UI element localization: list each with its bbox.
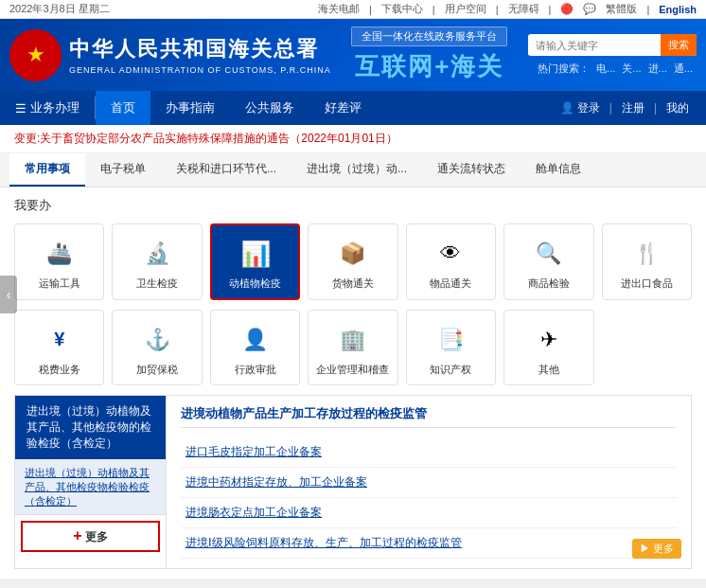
hot-search-1[interactable]: 关... bbox=[622, 62, 641, 74]
left-panel-sub-0[interactable]: 进出境（过境）动植物及其产品、其他检疫物检验检疫（含检定） bbox=[15, 460, 166, 515]
food-label: 进出口食品 bbox=[621, 276, 673, 291]
header-center: 全国一体化在线政务服务平台 互联网+海关 bbox=[351, 27, 507, 83]
tab-manifest[interactable]: 舱单信息 bbox=[521, 153, 596, 187]
service-items[interactable]: 👁 物品通关 bbox=[406, 223, 496, 300]
tax-label: 税费业务 bbox=[39, 363, 80, 377]
main-content: 常用事项 电子税单 关税和进口环节代... 进出境（过境）动... 通关流转状态… bbox=[0, 153, 706, 579]
topbar-trad[interactable]: 繁體版 bbox=[606, 2, 637, 16]
nav-home[interactable]: 首页 bbox=[96, 91, 150, 125]
service-commodity[interactable]: 🔍 商品检验 bbox=[503, 223, 593, 300]
admin-label: 行政审批 bbox=[235, 363, 276, 377]
search-input[interactable] bbox=[528, 36, 661, 55]
content-area: 我要办 🚢 运输工具 🔬 卫生检疫 📊 动植物检疫 📦 货物通关 👁 物品通关 bbox=[0, 187, 706, 579]
ipr-label: 知识产权 bbox=[430, 363, 471, 377]
service-goods[interactable]: 📦 货物通关 bbox=[308, 223, 397, 300]
nav-business[interactable]: ☰ 业务办理 bbox=[0, 91, 95, 125]
food-icon: 🍴 bbox=[629, 237, 663, 271]
more-icon: + bbox=[73, 527, 81, 543]
hot-search-0[interactable]: 电... bbox=[596, 62, 615, 74]
menu-icon: ☰ bbox=[15, 101, 26, 116]
animal-icon: 📊 bbox=[238, 237, 273, 271]
right-links: 进口毛皮指定加工企业备案 进境中药材指定存放、加工企业备案 进境肠衣定点加工企业… bbox=[181, 437, 677, 559]
logo-emblem bbox=[9, 29, 62, 81]
goods-label: 货物通关 bbox=[332, 276, 374, 291]
topbar-weibo: 🔴 bbox=[560, 3, 574, 15]
topbar-user[interactable]: 用户空间 bbox=[445, 2, 486, 16]
right-link-3[interactable]: 进境Ⅰ级风险饲料原料存放、生产、加工过程的检疫监管 bbox=[181, 528, 677, 559]
hot-search-2[interactable]: 进... bbox=[648, 62, 667, 74]
enterprise-icon: 🏢 bbox=[336, 323, 370, 357]
tab-etax[interactable]: 电子税单 bbox=[85, 153, 161, 187]
header: 中华人民共和国海关总署 GENERAL ADMINISTRATION OF CU… bbox=[0, 19, 706, 91]
service-ipr[interactable]: 📑 知识产权 bbox=[406, 310, 496, 385]
top-bar-links: 海关电邮 | 下载中心 | 用户空间 | 无障碍 | 🔴 💬 繁體版 | Eng… bbox=[318, 2, 697, 16]
service-admin[interactable]: 👤 行政审批 bbox=[210, 310, 300, 385]
service-animal[interactable]: 📊 动植物检疫 bbox=[210, 223, 300, 300]
bottom-section: 进出境（过境）动植物及其产品、其他检疫物的检验检疫（含检定） 进出境（过境）动植… bbox=[14, 395, 692, 569]
nav-public[interactable]: 公共服务 bbox=[230, 91, 309, 125]
logo-text: 中华人民共和国海关总署 GENERAL ADMINISTRATION OF CU… bbox=[69, 35, 331, 75]
search-box: 搜索 bbox=[528, 34, 697, 56]
date-label: 2022年3月8日 星期二 bbox=[9, 2, 110, 16]
logo-en: GENERAL ADMINISTRATION OF CUSTOMS, P.R.C… bbox=[69, 65, 331, 75]
others-label: 其他 bbox=[538, 363, 559, 377]
topbar-accessibility[interactable]: 无障碍 bbox=[508, 2, 539, 16]
nav-mine[interactable]: 我的 bbox=[659, 100, 697, 116]
ipr-icon: 📑 bbox=[433, 323, 468, 357]
more-arrow-icon: ▶ bbox=[640, 543, 650, 554]
animal-label: 动植物检疫 bbox=[229, 276, 281, 291]
topbar-english[interactable]: English bbox=[659, 4, 697, 15]
tab-tariff[interactable]: 关税和进口环节代... bbox=[161, 153, 291, 187]
tab-border[interactable]: 进出境（过境）动... bbox=[291, 153, 422, 187]
enterprise-label: 企业管理和稽查 bbox=[316, 363, 389, 377]
topbar-mail[interactable]: 海关电邮 bbox=[318, 2, 360, 16]
service-others[interactable]: ✈ 其他 bbox=[503, 310, 593, 385]
header-right: 搜索 热门搜索： 电... 关... 进... 通... bbox=[528, 34, 697, 76]
service-sanitary[interactable]: 🔬 卫生检疫 bbox=[112, 223, 202, 300]
nav-login[interactable]: 👤 登录 bbox=[553, 100, 608, 116]
nav-guide[interactable]: 办事指南 bbox=[150, 91, 230, 125]
platform-label: 全国一体化在线政务服务平台 bbox=[351, 27, 507, 46]
service-food[interactable]: 🍴 进出口食品 bbox=[602, 223, 692, 300]
service-tax[interactable]: ¥ 税费业务 bbox=[14, 310, 104, 385]
commodity-icon: 🔍 bbox=[532, 237, 566, 271]
topbar-wechat: 💬 bbox=[583, 3, 596, 15]
header-logo: 中华人民共和国海关总署 GENERAL ADMINISTRATION OF CU… bbox=[9, 29, 331, 81]
right-panel: 进境动植物产品生产加工存放过程的检疫监管 进口毛皮指定加工企业备案 进境中药材指… bbox=[167, 396, 691, 568]
tab-clearance[interactable]: 通关流转状态 bbox=[422, 153, 521, 187]
topbar-download[interactable]: 下载中心 bbox=[381, 2, 423, 16]
left-panel-more[interactable]: + 更多 bbox=[21, 521, 160, 552]
goods-icon: 📦 bbox=[336, 237, 370, 271]
section-title: 我要办 bbox=[14, 197, 692, 214]
service-enterprise[interactable]: 🏢 企业管理和稽查 bbox=[308, 310, 397, 385]
bonded-icon: ⚓ bbox=[140, 323, 174, 357]
nav-register[interactable]: 注册 bbox=[614, 100, 652, 116]
top-bar: 2022年3月8日 星期二 海关电邮 | 下载中心 | 用户空间 | 无障碍 |… bbox=[0, 0, 706, 19]
right-panel-more[interactable]: ▶ 更多 bbox=[632, 539, 681, 559]
admin-icon: 👤 bbox=[238, 323, 273, 357]
nav-rating[interactable]: 好差评 bbox=[309, 91, 377, 125]
hot-search: 热门搜索： 电... 关... 进... 通... bbox=[538, 62, 697, 76]
search-button[interactable]: 搜索 bbox=[661, 34, 697, 56]
transport-label: 运输工具 bbox=[39, 276, 80, 291]
notice-bar[interactable]: 变更:关于畜贸协定部分农产品实施特殊保障措施的通告（2022年01月01日） bbox=[0, 125, 706, 153]
right-link-2[interactable]: 进境肠衣定点加工企业备案 bbox=[181, 498, 677, 528]
right-link-1[interactable]: 进境中药材指定存放、加工企业备案 bbox=[181, 468, 677, 498]
empty-cell bbox=[602, 310, 692, 385]
sidebar-toggle[interactable]: ‹ bbox=[0, 276, 17, 313]
service-bonded[interactable]: ⚓ 加贸保税 bbox=[112, 310, 202, 385]
tab-common[interactable]: 常用事项 bbox=[9, 153, 85, 187]
internet-title: 互联网+海关 bbox=[355, 50, 503, 83]
notice-text: 变更:关于畜贸协定部分农产品实施特殊保障措施的通告（2022年01月01日） bbox=[14, 132, 397, 145]
left-panel-item-0[interactable]: 进出境（过境）动植物及其产品、其他检疫物的检验检疫（含检定） bbox=[15, 396, 166, 460]
service-grid-row2: ¥ 税费业务 ⚓ 加贸保税 👤 行政审批 🏢 企业管理和稽查 📑 知识产权 ✈ bbox=[14, 310, 692, 385]
logo-cn: 中华人民共和国海关总署 bbox=[69, 35, 331, 63]
tabs: 常用事项 电子税单 关税和进口环节代... 进出境（过境）动... 通关流转状态… bbox=[0, 153, 706, 187]
left-panel: 进出境（过境）动植物及其产品、其他检疫物的检验检疫（含检定） 进出境（过境）动植… bbox=[15, 396, 167, 568]
right-link-0[interactable]: 进口毛皮指定加工企业备案 bbox=[181, 437, 677, 468]
service-transport[interactable]: 🚢 运输工具 bbox=[14, 223, 104, 300]
others-icon: ✈ bbox=[532, 323, 566, 357]
hot-search-label: 热门搜索： bbox=[538, 62, 590, 74]
hot-search-3[interactable]: 通... bbox=[674, 62, 693, 74]
sanitary-icon: 🔬 bbox=[140, 237, 174, 271]
